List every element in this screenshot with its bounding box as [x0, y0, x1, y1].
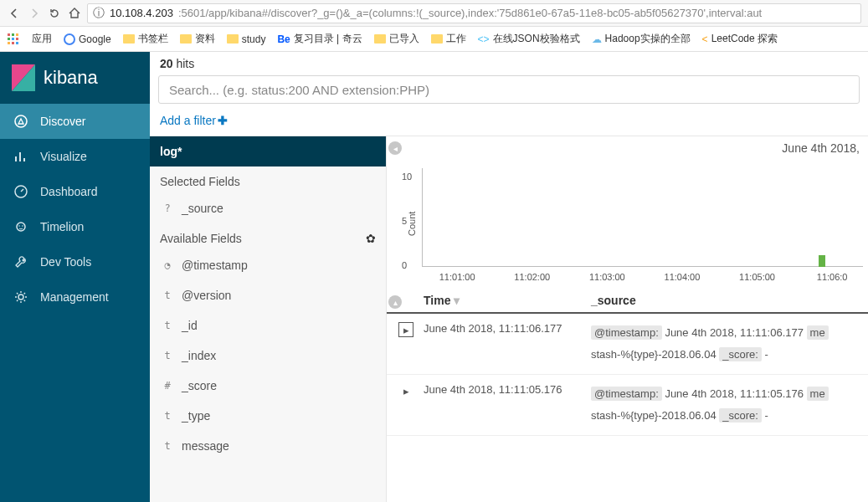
field-id[interactable]: t_id [150, 310, 386, 341]
field-message[interactable]: tmessage [150, 431, 386, 461]
svg-rect-3 [8, 38, 10, 40]
svg-rect-2 [16, 33, 18, 36]
folder-icon [180, 34, 192, 44]
svg-rect-1 [12, 33, 14, 36]
field-type-text-icon: t [162, 410, 173, 422]
collapse-chart-left-icon[interactable]: ◂ [388, 141, 402, 155]
expand-row-toggle[interactable]: ▸ [398, 322, 413, 337]
bookmark-label: 资料 [195, 32, 215, 46]
bookmark-folder-1[interactable]: 书签栏 [123, 32, 168, 46]
bookmark-apps[interactable]: 应用 [32, 32, 52, 46]
svg-rect-5 [16, 38, 18, 40]
x-tick: 11:05:00 [739, 272, 775, 282]
field-timestamp[interactable]: ◔@timestamp [150, 250, 386, 280]
histogram-chart[interactable]: Count 10 5 0 11:01:00 11:02:00 11:03:00 … [387, 160, 868, 285]
histogram-bar[interactable] [819, 255, 825, 267]
bookmark-label: 复习目录 | 奇云 [294, 32, 362, 46]
bookmark-label: 书签栏 [138, 32, 168, 46]
svg-rect-8 [16, 42, 18, 44]
nav-label: Management [40, 290, 109, 304]
plus-icon: ✚ [218, 114, 228, 127]
folder-icon [431, 34, 443, 44]
nav-devtools[interactable]: Dev Tools [0, 244, 150, 279]
fields-settings-gear-icon[interactable]: ✿ [366, 232, 376, 245]
search-input[interactable]: Search... (e.g. status:200 AND extension… [158, 75, 860, 104]
svg-point-12 [15, 115, 27, 127]
chart-area: 10 5 0 11:01:00 11:02:00 11:03:00 11:04:… [422, 165, 863, 282]
field-type[interactable]: t_type [150, 401, 386, 431]
app-sidebar: kibana Discover Visualize Dashboard Time… [0, 52, 150, 502]
bookmark-leetcode[interactable]: <LeetCode 探索 [702, 32, 778, 46]
svg-point-16 [22, 225, 23, 227]
bookmark-hadoop[interactable]: ☁Hadoop实操的全部 [592, 32, 691, 46]
browser-forward-button[interactable] [27, 6, 42, 21]
nav-label: Discover [40, 115, 85, 128]
field-name: message [182, 439, 229, 453]
field-name: @timestamp [182, 259, 248, 272]
section-label: Available Fields [160, 232, 242, 245]
nav-management[interactable]: Management [0, 279, 150, 315]
x-tick: 11:06:0 [817, 272, 848, 282]
field-value: stash-%{type}-2018.06.04 [591, 409, 719, 422]
field-name: _type [182, 409, 210, 423]
browser-reload-button[interactable] [47, 6, 62, 21]
code-icon: <> [478, 33, 490, 45]
add-filter-button[interactable]: Add a filter ✚ [150, 109, 868, 136]
y-tick: 5 [402, 216, 407, 226]
svg-rect-6 [8, 42, 10, 44]
th-source[interactable]: _source [591, 294, 860, 307]
field-type-text-icon: t [162, 440, 173, 452]
brand[interactable]: kibana [0, 52, 150, 104]
x-tick: 11:02:00 [514, 272, 550, 282]
site-info-icon[interactable]: ⓘ [93, 6, 105, 21]
bookmark-behance[interactable]: Be复习目录 | 奇云 [277, 32, 362, 46]
bookmark-google[interactable]: Google [64, 33, 111, 45]
nav-dashboard[interactable]: Dashboard [0, 174, 150, 209]
field-tag-me: me [807, 325, 829, 340]
nav-timelion[interactable]: Timelion [0, 209, 150, 244]
field-value: stash-%{type}-2018.06.04 [591, 348, 719, 361]
available-fields-heading: Available Fields✿ [150, 223, 386, 250]
browser-back-button[interactable] [7, 6, 22, 21]
bookmark-folder-2[interactable]: 资料 [180, 32, 215, 46]
nav-visualize[interactable]: Visualize [0, 139, 150, 174]
svg-point-15 [18, 225, 20, 227]
bookmark-folder-3[interactable]: study [227, 33, 266, 45]
axes [422, 168, 863, 267]
y-axis-label: Count [407, 165, 417, 282]
field-_source[interactable]: ?_source [150, 193, 386, 223]
bookmark-folder-5[interactable]: 已导入 [374, 32, 419, 46]
expand-row-toggle[interactable]: ▸ [398, 383, 413, 398]
nav-label: Dashboard [40, 185, 98, 198]
browser-nav-bar: ⓘ 10.108.4.203:5601/app/kibana#/discover… [0, 0, 868, 27]
table-row: ▸ June 4th 2018, 11:11:05.176 @timestamp… [387, 375, 868, 436]
row-time: June 4th 2018, 11:11:05.176 [424, 383, 591, 427]
url-bar[interactable]: ⓘ 10.108.4.203:5601/app/kibana#/discover… [87, 3, 861, 23]
gear-icon [13, 289, 28, 305]
field-index[interactable]: t_index [150, 341, 386, 371]
field-name: @version [182, 289, 231, 302]
collapse-chart-up-icon[interactable]: ▴ [388, 295, 402, 309]
apps-grid-icon[interactable] [7, 33, 20, 46]
hits-count: 20 hits [150, 52, 868, 72]
field-value: - [762, 348, 768, 361]
bar-chart-icon [13, 149, 28, 164]
th-time[interactable]: Time▾ [424, 294, 591, 307]
section-label: Selected Fields [160, 175, 240, 188]
bookmark-json[interactable]: <>在线JSON校验格式 [478, 32, 580, 46]
field-score[interactable]: #_score [150, 371, 386, 401]
browser-home-button[interactable] [67, 6, 82, 21]
nav-discover[interactable]: Discover [0, 104, 150, 139]
folder-icon [227, 34, 239, 44]
index-pattern-selector[interactable]: log* [150, 136, 386, 166]
th-label: Time [424, 294, 450, 307]
lion-icon [13, 219, 28, 234]
field-value: June 4th 2018, 11:11:05.176 [662, 387, 807, 400]
bookmark-folder-6[interactable]: 工作 [431, 32, 466, 46]
nav-label: Dev Tools [40, 255, 91, 269]
svg-rect-0 [8, 33, 10, 36]
table-row: ▸ June 4th 2018, 11:11:06.177 @timestamp… [387, 314, 868, 375]
cloud-icon: ☁ [592, 33, 602, 45]
field-type-text-icon: t [162, 350, 173, 361]
field-version[interactable]: t@version [150, 280, 386, 310]
